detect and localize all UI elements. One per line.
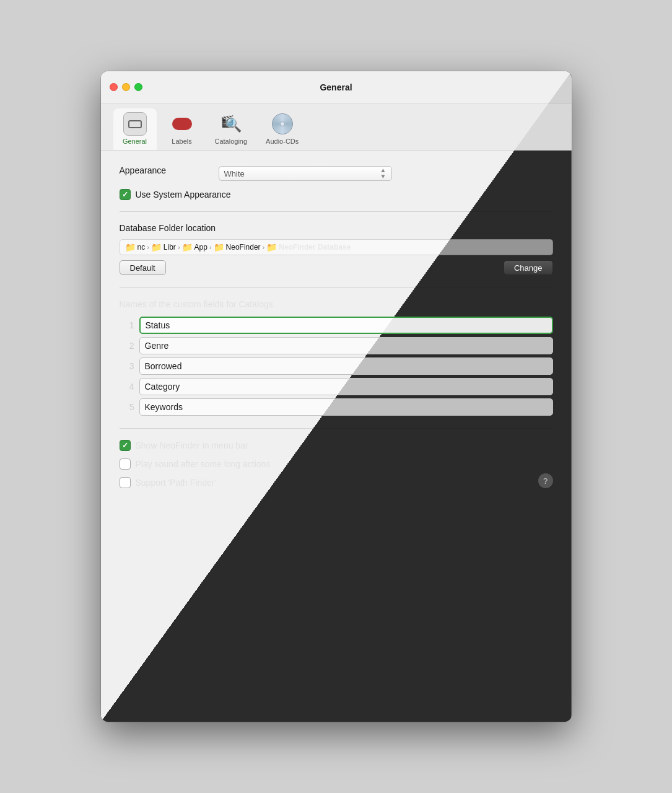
tab-cataloging-label: Cataloging <box>215 138 248 145</box>
titlebar: General <box>101 71 572 103</box>
divider-3 <box>120 428 553 429</box>
minimize-button[interactable] <box>122 83 130 91</box>
field-input-3[interactable] <box>139 357 553 375</box>
field-input-1[interactable] <box>139 317 553 334</box>
field-row-4: 4 <box>120 378 553 395</box>
path-item-4: 📁 NeoFinder <box>214 242 261 252</box>
use-system-appearance-checkbox[interactable] <box>120 189 131 200</box>
cataloging-tab-icon: 🎬 🔍 <box>219 112 243 136</box>
maximize-button[interactable] <box>134 83 142 91</box>
tab-labels[interactable]: Labels <box>160 108 204 150</box>
field-input-2[interactable] <box>139 337 553 354</box>
folder-icon-2: 📁 <box>151 242 162 252</box>
help-icon: ? <box>543 476 548 486</box>
toolbar: General Labels 🎬 🔍 Cataloging <box>101 103 572 151</box>
field-row-5: 5 <box>120 398 553 416</box>
default-button[interactable]: Default <box>120 260 166 275</box>
tab-general[interactable]: General <box>113 108 157 150</box>
help-button[interactable]: ? <box>538 473 553 488</box>
path-item-3: 📁 App <box>182 242 207 252</box>
field-row-1: 1 <box>120 317 553 334</box>
cd-hole <box>280 121 285 126</box>
field-number-5: 5 <box>120 402 134 412</box>
path-sep-3: › <box>209 243 212 251</box>
path-sep-1: › <box>147 243 149 251</box>
path-item-5: 📁 NeoFinder Database <box>266 242 351 252</box>
window-title: General <box>320 82 352 92</box>
path-text-5: NeoFinder Database <box>279 243 351 252</box>
custom-fields-section: Names of the custom fields for Catalogs … <box>120 299 553 416</box>
folder-icon-1: 📁 <box>125 242 136 252</box>
field-number-3: 3 <box>120 361 134 371</box>
folder-icon-5: 📁 <box>266 242 277 252</box>
divider-1 <box>120 211 553 212</box>
path-item-2: 📁 Libr <box>151 242 176 252</box>
play-sound-label: Play sound after some long actions <box>136 459 271 469</box>
path-text-3: App <box>194 243 207 252</box>
path-text-2: Libr <box>164 243 176 252</box>
path-finder-checkbox[interactable] <box>120 477 131 488</box>
field-input-5[interactable] <box>139 398 553 416</box>
change-button[interactable]: Change <box>504 260 553 275</box>
appearance-select[interactable]: White ▲ ▼ <box>219 166 392 181</box>
appearance-label: Appearance <box>120 165 219 175</box>
labels-tab-icon <box>170 112 194 136</box>
path-text-4: NeoFinder <box>226 243 261 252</box>
field-row-3: 3 <box>120 357 553 375</box>
appearance-value: White <box>224 169 245 178</box>
path-finder-row: Support 'Path Finder' ? <box>120 477 553 488</box>
magnify-icon: 🔍 <box>225 117 242 133</box>
labels-pill-icon <box>172 118 192 130</box>
path-sep-2: › <box>178 243 180 251</box>
field-number-2: 2 <box>120 341 134 351</box>
traffic-lights <box>110 83 142 91</box>
tab-general-label: General <box>123 138 147 145</box>
field-number-1: 1 <box>120 320 134 330</box>
show-menubar-row: Show NeoFinder in menu bar <box>120 440 553 451</box>
play-sound-row: Play sound after some long actions <box>120 458 553 470</box>
field-input-4[interactable] <box>139 378 553 395</box>
path-item-1: 📁 nc <box>125 242 146 252</box>
use-system-appearance-row: Use System Appearance <box>120 189 553 200</box>
db-buttons: Default Change <box>120 260 553 275</box>
database-folder-section: Database Folder location 📁 nc › 📁 Libr › <box>120 223 553 275</box>
folder-icon-4: 📁 <box>214 242 224 252</box>
field-number-4: 4 <box>120 382 134 392</box>
field-row-2: 2 <box>120 337 553 354</box>
folder-icon-3: 📁 <box>182 242 193 252</box>
database-path-bar: 📁 nc › 📁 Libr › 📁 App › <box>120 239 553 255</box>
appearance-row: Appearance White ▲ ▼ <box>120 165 553 182</box>
cd-disc-icon <box>272 113 293 134</box>
select-arrows-icon: ▲ ▼ <box>380 167 386 180</box>
path-text-1: nc <box>137 243 146 252</box>
preferences-window: General General Labels <box>101 71 572 722</box>
close-button[interactable] <box>110 83 118 91</box>
main-content: Appearance White ▲ ▼ Use System Appearan… <box>101 151 572 508</box>
path-finder-label: Support 'Path Finder' <box>136 478 217 488</box>
custom-fields-label: Names of the custom fields for Catalogs <box>120 299 553 309</box>
tab-audiocds[interactable]: Audio-CDs <box>258 108 306 150</box>
toggle-icon <box>128 120 142 128</box>
show-menubar-checkbox[interactable] <box>120 440 131 451</box>
tab-labels-label: Labels <box>172 138 191 145</box>
general-tab-icon <box>123 112 147 136</box>
divider-2 <box>120 287 553 288</box>
tab-audiocds-label: Audio-CDs <box>266 138 299 145</box>
audiocds-tab-icon <box>271 112 294 136</box>
play-sound-checkbox[interactable] <box>120 458 131 470</box>
database-folder-label: Database Folder location <box>120 223 553 233</box>
show-menubar-label: Show NeoFinder in menu bar <box>136 440 248 450</box>
path-sep-4: › <box>263 243 265 251</box>
tab-cataloging[interactable]: 🎬 🔍 Cataloging <box>207 108 255 150</box>
use-system-appearance-label: Use System Appearance <box>136 190 231 199</box>
